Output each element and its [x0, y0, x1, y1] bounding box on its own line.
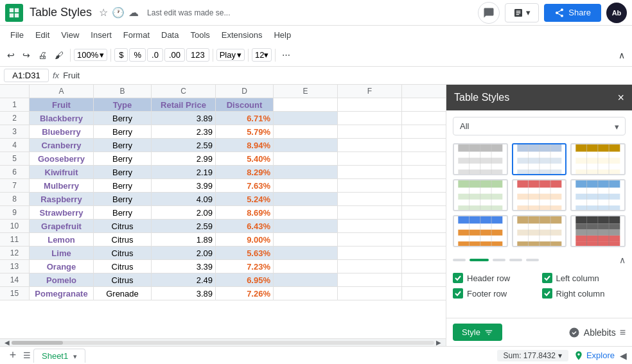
cell-c7[interactable]: 3.99	[152, 179, 216, 192]
cell-a12[interactable]: Lime	[30, 247, 94, 259]
table-row[interactable]: 10 Grapefruit Citrus 2.59 6.43%	[0, 220, 446, 233]
cell-d9[interactable]: 8.69%	[216, 206, 274, 219]
cell-c3[interactable]: 2.39	[152, 125, 216, 138]
scroll-track[interactable]	[12, 341, 434, 345]
cell-c5[interactable]: 2.99	[152, 152, 216, 165]
cell-e11[interactable]	[274, 233, 338, 246]
table-row[interactable]: 14 Pomelo Citrus 2.49 6.95%	[0, 273, 446, 287]
cell-d7[interactable]: 7.63%	[216, 179, 274, 192]
scroll-up-button[interactable]: ∧	[619, 255, 626, 265]
sheet-menu-button[interactable]: ☰	[23, 351, 31, 360]
share-button[interactable]: Share	[544, 4, 601, 22]
table-row[interactable]: 11 Lemon Citrus 1.89 9.00%	[0, 233, 446, 247]
cell-e2[interactable]	[274, 112, 338, 125]
table-row[interactable]: 4 Cranberry Berry 2.59 8.94%	[0, 139, 446, 152]
cell-f14[interactable]	[338, 273, 402, 286]
cell-f1[interactable]	[338, 98, 402, 111]
style-thumb-tan-brown[interactable]	[512, 215, 567, 247]
cell-d3[interactable]: 5.79%	[216, 125, 274, 138]
cell-b7[interactable]: Berry	[94, 179, 152, 192]
cell-f6[interactable]	[338, 166, 402, 178]
style-thumb-blue-orange[interactable]	[453, 215, 508, 247]
cell-a1[interactable]: Fruit	[30, 98, 94, 111]
table-row[interactable]: 5 Gooseberry Berry 2.99 5.40%	[0, 152, 446, 166]
present-button[interactable]: ▾	[505, 3, 539, 22]
cell-f3[interactable]	[338, 125, 402, 138]
sum-display[interactable]: Sum: 177.8432 ▾	[497, 350, 568, 361]
horizontal-scrollbar[interactable]: ◀ ▶	[0, 338, 446, 346]
cell-b12[interactable]: Citrus	[94, 247, 152, 259]
cell-f7[interactable]	[338, 179, 402, 192]
cell-e3[interactable]	[274, 125, 338, 138]
cloud-icon[interactable]: ☁	[128, 6, 139, 19]
cell-d15[interactable]: 7.26%	[216, 287, 274, 300]
cell-c10[interactable]: 2.59	[152, 220, 216, 232]
cell-d10[interactable]: 6.43%	[216, 220, 274, 232]
cell-a10[interactable]: Grapefruit	[30, 220, 94, 232]
header-row-option[interactable]: Header row	[453, 273, 537, 283]
cell-a3[interactable]: Blueberry	[30, 125, 94, 138]
cell-e13[interactable]	[274, 260, 338, 273]
cell-f9[interactable]	[338, 206, 402, 219]
style-thumb-green-light[interactable]	[453, 179, 508, 211]
table-row[interactable]: 12 Lime Citrus 2.09 5.63%	[0, 247, 446, 260]
style-thumb-red-light[interactable]	[512, 179, 567, 211]
cell-d4[interactable]: 8.94%	[216, 139, 274, 152]
history-icon[interactable]: 🕐	[112, 6, 125, 19]
cell-d2[interactable]: 6.71%	[216, 112, 274, 125]
menu-insert[interactable]: Insert	[85, 29, 117, 41]
menu-view[interactable]: View	[56, 29, 84, 41]
format-num-button[interactable]: 123	[186, 48, 209, 62]
panel-close-button[interactable]: ×	[617, 92, 624, 103]
cell-b4[interactable]: Berry	[94, 139, 152, 152]
cell-b2[interactable]: Berry	[94, 112, 152, 125]
style-thumb-gray-basic[interactable]	[453, 143, 508, 175]
sheet-tab-sheet1[interactable]: Sheet1 ▾	[33, 349, 85, 363]
cell-b11[interactable]: Citrus	[94, 233, 152, 246]
cell-f11[interactable]	[338, 233, 402, 246]
cell-d6[interactable]: 8.29%	[216, 166, 274, 178]
cell-reference-input[interactable]	[4, 69, 49, 82]
cell-b6[interactable]: Berry	[94, 166, 152, 178]
footer-row-option[interactable]: Footer row	[453, 288, 537, 299]
cell-e7[interactable]	[274, 179, 338, 192]
cell-c12[interactable]: 2.09	[152, 247, 216, 259]
style-filter-select[interactable]: All Light Dark Colorful	[453, 117, 626, 135]
cell-b8[interactable]: Berry	[94, 193, 152, 205]
cell-e12[interactable]	[274, 247, 338, 259]
cell-b15[interactable]: Grenade	[94, 287, 152, 300]
left-column-option[interactable]: Left column	[542, 273, 626, 283]
cell-b3[interactable]: Berry	[94, 125, 152, 138]
table-row[interactable]: 1 Fruit Type Retail Price Discount	[0, 98, 446, 112]
print-button[interactable]: 🖨	[35, 48, 50, 62]
cell-e4[interactable]	[274, 139, 338, 152]
table-row[interactable]: 2 Blackberry Berry 3.89 6.71%	[0, 112, 446, 125]
cell-d5[interactable]: 5.40%	[216, 152, 274, 165]
cell-a9[interactable]: Strawberry	[30, 206, 94, 219]
cell-c4[interactable]: 2.59	[152, 139, 216, 152]
table-row[interactable]: 7 Mulberry Berry 3.99 7.63%	[0, 179, 446, 193]
cell-a8[interactable]: Raspberry	[30, 193, 94, 205]
menu-help[interactable]: Help	[268, 29, 296, 41]
cell-b13[interactable]: Citrus	[94, 260, 152, 273]
cell-e5[interactable]	[274, 152, 338, 165]
style-thumb-dark-gray[interactable]	[570, 215, 626, 247]
cell-c14[interactable]: 2.49	[152, 273, 216, 286]
decimal-more-button[interactable]: .00	[164, 48, 185, 62]
table-row[interactable]: 8 Raspberry Berry 4.09 5.24%	[0, 193, 446, 206]
cell-a5[interactable]: Gooseberry	[30, 152, 94, 165]
cell-a6[interactable]: Kiwifruit	[30, 166, 94, 178]
col-header-a[interactable]: A	[30, 85, 94, 98]
cell-c1[interactable]: Retail Price	[152, 98, 216, 111]
menu-data[interactable]: Data	[156, 29, 184, 41]
cell-d8[interactable]: 5.24%	[216, 193, 274, 205]
cell-f10[interactable]	[338, 220, 402, 232]
cell-c13[interactable]: 3.39	[152, 260, 216, 273]
scroll-right-arrow[interactable]: ▶	[434, 339, 443, 346]
cell-c11[interactable]: 1.89	[152, 233, 216, 246]
more-formats-button[interactable]: ⋯	[279, 48, 294, 62]
cell-f4[interactable]	[338, 139, 402, 152]
cell-c9[interactable]: 2.09	[152, 206, 216, 219]
cell-a11[interactable]: Lemon	[30, 233, 94, 246]
cell-d14[interactable]: 6.95%	[216, 273, 274, 286]
